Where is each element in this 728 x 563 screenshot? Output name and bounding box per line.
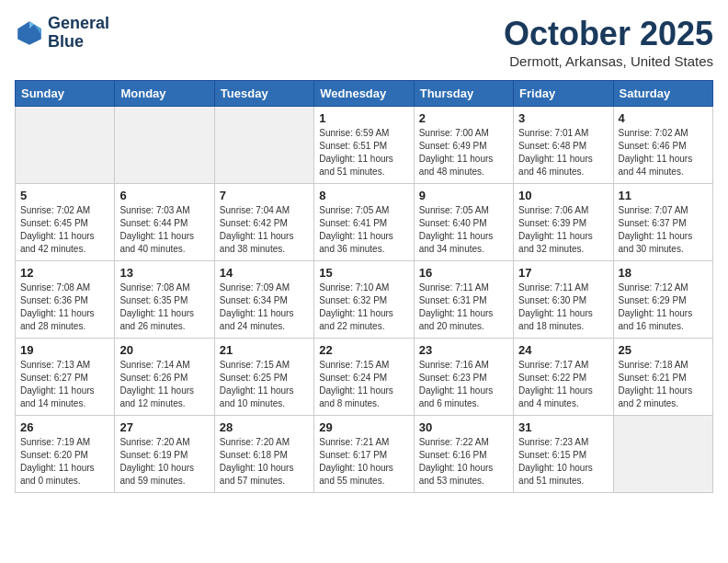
- calendar-cell: 13Sunrise: 7:08 AM Sunset: 6:35 PM Dayli…: [115, 261, 214, 339]
- calendar-cell: 23Sunrise: 7:16 AM Sunset: 6:23 PM Dayli…: [414, 339, 513, 416]
- calendar-cell: [115, 107, 214, 184]
- day-number: 11: [619, 189, 708, 202]
- day-info: Sunrise: 7:02 AM Sunset: 6:45 PM Dayligh…: [20, 204, 109, 256]
- day-number: 9: [419, 189, 508, 202]
- day-number: 10: [518, 189, 608, 202]
- logo: General Blue: [15, 15, 109, 52]
- calendar-cell: [16, 107, 115, 184]
- day-info: Sunrise: 7:05 AM Sunset: 6:41 PM Dayligh…: [319, 204, 408, 256]
- day-info: Sunrise: 7:16 AM Sunset: 6:23 PM Dayligh…: [419, 359, 508, 410]
- calendar-cell: 25Sunrise: 7:18 AM Sunset: 6:21 PM Dayli…: [613, 339, 712, 416]
- calendar-cell: [214, 107, 313, 184]
- calendar-cell: 2Sunrise: 7:00 AM Sunset: 6:49 PM Daylig…: [414, 107, 513, 184]
- calendar-cell: 3Sunrise: 7:01 AM Sunset: 6:48 PM Daylig…: [514, 107, 613, 184]
- calendar-cell: 4Sunrise: 7:02 AM Sunset: 6:46 PM Daylig…: [613, 107, 712, 184]
- calendar-cell: [613, 416, 712, 493]
- weekday-header-row: SundayMondayTuesdayWednesdayThursdayFrid…: [16, 81, 713, 107]
- day-number: 19: [20, 343, 109, 357]
- day-number: 18: [619, 266, 708, 280]
- calendar-cell: 7Sunrise: 7:04 AM Sunset: 6:42 PM Daylig…: [214, 184, 313, 261]
- day-info: Sunrise: 7:20 AM Sunset: 6:18 PM Dayligh…: [220, 436, 309, 488]
- day-info: Sunrise: 7:08 AM Sunset: 6:36 PM Dayligh…: [20, 282, 109, 333]
- calendar-cell: 22Sunrise: 7:15 AM Sunset: 6:24 PM Dayli…: [314, 339, 414, 416]
- location: Dermott, Arkansas, United States: [504, 53, 713, 69]
- day-number: 16: [419, 266, 508, 280]
- day-number: 29: [319, 420, 408, 434]
- day-info: Sunrise: 7:08 AM Sunset: 6:35 PM Dayligh…: [119, 282, 209, 333]
- day-number: 23: [419, 343, 508, 357]
- title-block: October 2025 Dermott, Arkansas, United S…: [504, 15, 713, 69]
- day-number: 3: [518, 111, 608, 125]
- day-info: Sunrise: 7:10 AM Sunset: 6:32 PM Dayligh…: [319, 282, 408, 333]
- day-number: 17: [518, 266, 608, 280]
- calendar-cell: 20Sunrise: 7:14 AM Sunset: 6:26 PM Dayli…: [115, 339, 214, 416]
- calendar-cell: 16Sunrise: 7:11 AM Sunset: 6:31 PM Dayli…: [414, 261, 513, 339]
- day-info: Sunrise: 7:04 AM Sunset: 6:42 PM Dayligh…: [220, 204, 309, 256]
- calendar-cell: 10Sunrise: 7:06 AM Sunset: 6:39 PM Dayli…: [514, 184, 613, 261]
- day-number: 4: [619, 111, 708, 125]
- weekday-header-saturday: Saturday: [613, 81, 712, 107]
- calendar-cell: 28Sunrise: 7:20 AM Sunset: 6:18 PM Dayli…: [214, 416, 313, 493]
- day-number: 25: [619, 343, 708, 357]
- day-info: Sunrise: 7:20 AM Sunset: 6:19 PM Dayligh…: [119, 436, 209, 488]
- day-info: Sunrise: 6:59 AM Sunset: 6:51 PM Dayligh…: [319, 127, 408, 178]
- day-info: Sunrise: 7:11 AM Sunset: 6:30 PM Dayligh…: [518, 282, 608, 333]
- day-number: 14: [220, 266, 309, 280]
- calendar-cell: 21Sunrise: 7:15 AM Sunset: 6:25 PM Dayli…: [214, 339, 313, 416]
- week-row-1: 1Sunrise: 6:59 AM Sunset: 6:51 PM Daylig…: [16, 107, 713, 184]
- page-header: General Blue October 2025 Dermott, Arkan…: [15, 15, 713, 69]
- calendar-cell: 19Sunrise: 7:13 AM Sunset: 6:27 PM Dayli…: [16, 339, 115, 416]
- day-info: Sunrise: 7:14 AM Sunset: 6:26 PM Dayligh…: [119, 359, 209, 410]
- calendar-cell: 5Sunrise: 7:02 AM Sunset: 6:45 PM Daylig…: [16, 184, 115, 261]
- day-number: 6: [119, 189, 209, 202]
- calendar-cell: 26Sunrise: 7:19 AM Sunset: 6:20 PM Dayli…: [16, 416, 115, 493]
- logo-icon: [15, 18, 44, 48]
- calendar-cell: 17Sunrise: 7:11 AM Sunset: 6:30 PM Dayli…: [514, 261, 613, 339]
- day-info: Sunrise: 7:22 AM Sunset: 6:16 PM Dayligh…: [419, 436, 508, 488]
- day-info: Sunrise: 7:17 AM Sunset: 6:22 PM Dayligh…: [518, 359, 608, 410]
- day-number: 31: [518, 420, 608, 434]
- calendar-cell: 9Sunrise: 7:05 AM Sunset: 6:40 PM Daylig…: [414, 184, 513, 261]
- week-row-3: 12Sunrise: 7:08 AM Sunset: 6:36 PM Dayli…: [16, 261, 713, 339]
- day-number: 22: [319, 343, 408, 357]
- weekday-header-wednesday: Wednesday: [314, 81, 414, 107]
- day-info: Sunrise: 7:06 AM Sunset: 6:39 PM Dayligh…: [518, 204, 608, 256]
- day-info: Sunrise: 7:21 AM Sunset: 6:17 PM Dayligh…: [319, 436, 408, 488]
- week-row-4: 19Sunrise: 7:13 AM Sunset: 6:27 PM Dayli…: [16, 339, 713, 416]
- logo-line2: Blue: [48, 33, 109, 52]
- day-number: 27: [119, 420, 209, 434]
- day-info: Sunrise: 7:00 AM Sunset: 6:49 PM Dayligh…: [419, 127, 508, 178]
- calendar-cell: 8Sunrise: 7:05 AM Sunset: 6:41 PM Daylig…: [314, 184, 414, 261]
- day-number: 1: [319, 111, 408, 125]
- day-info: Sunrise: 7:09 AM Sunset: 6:34 PM Dayligh…: [220, 282, 309, 333]
- day-number: 21: [220, 343, 309, 357]
- logo-line1: General: [48, 15, 109, 33]
- day-info: Sunrise: 7:15 AM Sunset: 6:24 PM Dayligh…: [319, 359, 408, 410]
- calendar-cell: 11Sunrise: 7:07 AM Sunset: 6:37 PM Dayli…: [613, 184, 712, 261]
- day-number: 12: [20, 266, 109, 280]
- calendar-cell: 27Sunrise: 7:20 AM Sunset: 6:19 PM Dayli…: [115, 416, 214, 493]
- day-number: 7: [220, 189, 309, 202]
- calendar-cell: 6Sunrise: 7:03 AM Sunset: 6:44 PM Daylig…: [115, 184, 214, 261]
- calendar-table: SundayMondayTuesdayWednesdayThursdayFrid…: [15, 80, 713, 493]
- day-number: 5: [20, 189, 109, 202]
- day-info: Sunrise: 7:07 AM Sunset: 6:37 PM Dayligh…: [619, 204, 708, 256]
- calendar-cell: 14Sunrise: 7:09 AM Sunset: 6:34 PM Dayli…: [214, 261, 313, 339]
- day-number: 30: [419, 420, 508, 434]
- day-number: 2: [419, 111, 508, 125]
- calendar-cell: 12Sunrise: 7:08 AM Sunset: 6:36 PM Dayli…: [16, 261, 115, 339]
- day-number: 13: [119, 266, 209, 280]
- calendar-cell: 18Sunrise: 7:12 AM Sunset: 6:29 PM Dayli…: [613, 261, 712, 339]
- day-info: Sunrise: 7:13 AM Sunset: 6:27 PM Dayligh…: [20, 359, 109, 410]
- day-info: Sunrise: 7:11 AM Sunset: 6:31 PM Dayligh…: [419, 282, 508, 333]
- day-number: 24: [518, 343, 608, 357]
- day-info: Sunrise: 7:03 AM Sunset: 6:44 PM Dayligh…: [119, 204, 209, 256]
- day-info: Sunrise: 7:23 AM Sunset: 6:15 PM Dayligh…: [518, 436, 608, 488]
- day-info: Sunrise: 7:18 AM Sunset: 6:21 PM Dayligh…: [619, 359, 708, 410]
- weekday-header-thursday: Thursday: [414, 81, 513, 107]
- calendar-cell: 29Sunrise: 7:21 AM Sunset: 6:17 PM Dayli…: [314, 416, 414, 493]
- day-info: Sunrise: 7:05 AM Sunset: 6:40 PM Dayligh…: [419, 204, 508, 256]
- month-title: October 2025: [504, 15, 713, 53]
- day-info: Sunrise: 7:02 AM Sunset: 6:46 PM Dayligh…: [619, 127, 708, 178]
- weekday-header-tuesday: Tuesday: [214, 81, 313, 107]
